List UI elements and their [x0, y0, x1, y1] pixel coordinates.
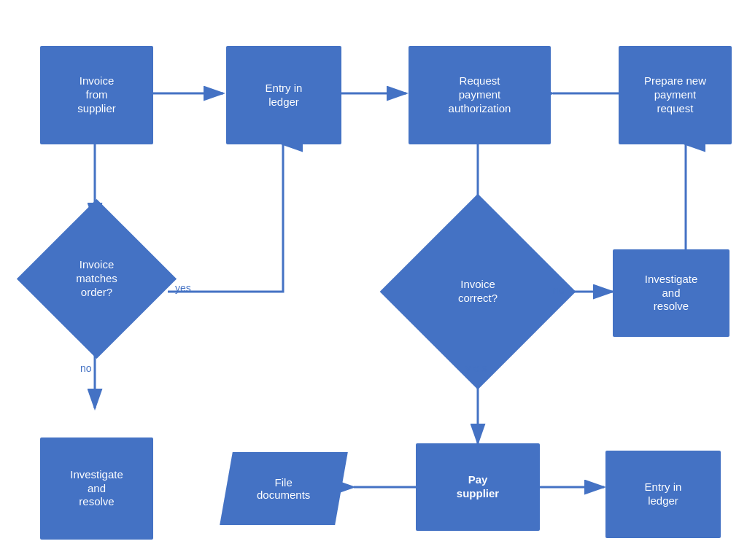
file-documents-label: File documents — [257, 476, 310, 501]
invoice-matches-label: Invoicematchesorder? — [76, 258, 117, 299]
request-payment-label: Request payment authorization — [449, 74, 511, 115]
invoice-matches-diamond: Invoicematchesorder? — [40, 222, 153, 335]
investigate-left-box: Investigate and resolve — [40, 438, 153, 540]
no-label-left: no — [80, 362, 92, 374]
invoice-correct-label: Invoicecorrect? — [458, 278, 498, 306]
entry-ledger-bottom-box: Entry in ledger — [605, 451, 721, 538]
file-documents-box: File documents — [220, 452, 348, 525]
entry-ledger-top-label: Entry in ledger — [266, 82, 303, 109]
yes-label-bottom: y e s — [465, 362, 487, 374]
investigate-right-box: Investigate and resolve — [613, 249, 729, 337]
investigate-right-label: Investigate and resolve — [645, 273, 698, 314]
prepare-payment-label: Prepare new payment request — [644, 74, 706, 115]
pay-supplier-box: Pay supplier — [416, 443, 540, 531]
flowchart: Invoice from supplier Entry in ledger Re… — [0, 0, 747, 560]
no-label-right: no — [553, 284, 565, 296]
request-payment-box: Request payment authorization — [409, 46, 551, 144]
pay-supplier-label: Pay supplier — [457, 473, 499, 501]
invoice-from-supplier-box: Invoice from supplier — [40, 46, 153, 144]
entry-ledger-top-box: Entry in ledger — [226, 46, 341, 144]
investigate-left-label: Investigate and resolve — [70, 468, 123, 509]
invoice-from-supplier-label: Invoice from supplier — [77, 74, 116, 115]
entry-ledger-bottom-label: Entry in ledger — [645, 481, 682, 508]
yes-label-left: yes — [175, 282, 191, 294]
prepare-payment-box: Prepare new payment request — [619, 46, 732, 144]
invoice-correct-diamond: Invoicecorrect? — [409, 222, 547, 361]
